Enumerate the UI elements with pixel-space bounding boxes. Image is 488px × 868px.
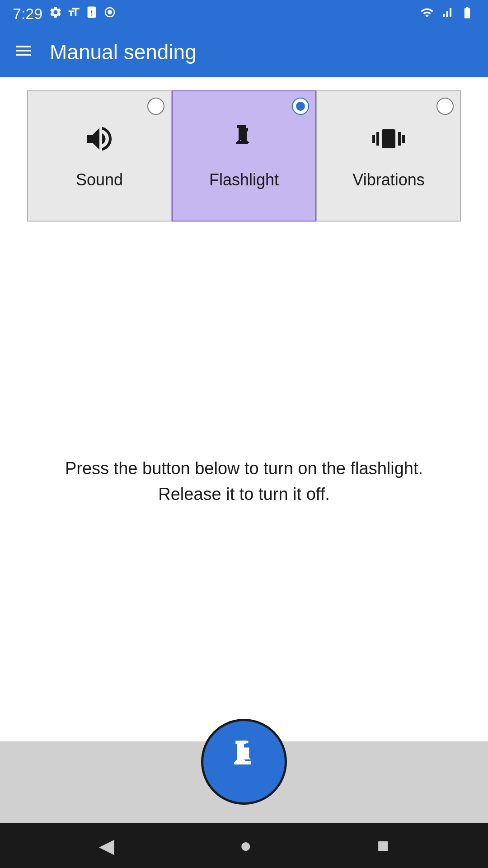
description-text: Press the button below to turn on the fl… (27, 456, 461, 507)
fab-flashlight-icon (224, 737, 264, 787)
status-bar-right (419, 6, 475, 21)
signal-icon (440, 6, 454, 21)
nav-bar: ◀ ● ■ (0, 823, 488, 868)
radio-sound (147, 98, 164, 115)
vibrations-label: Vibrations (352, 170, 424, 189)
options-row: Sound Flashlight (14, 90, 474, 222)
home-button[interactable]: ● (239, 834, 252, 857)
main-content: Sound Flashlight (0, 77, 488, 741)
sound-label: Sound (76, 170, 123, 189)
flashlight-label: Flashlight (209, 170, 279, 189)
gear-icon (49, 5, 62, 22)
bottom-bar (0, 741, 488, 823)
sim-icon (85, 5, 99, 22)
sound-icon (83, 123, 116, 162)
app-bar: Manual sending (0, 27, 488, 77)
radio-vibrations (436, 98, 454, 115)
option-card-sound[interactable]: Sound (27, 90, 172, 222)
vibrate-icon (372, 123, 405, 162)
status-time: 7:29 (13, 5, 42, 23)
option-card-flashlight[interactable]: Flashlight (172, 90, 316, 222)
font-icon (67, 5, 80, 22)
status-bar-left: 7:29 (13, 5, 117, 23)
flashlight-icon (228, 123, 260, 162)
battery-icon (459, 6, 475, 21)
status-icons (49, 5, 117, 22)
recent-button[interactable]: ■ (377, 834, 389, 857)
radio-dot-flashlight (296, 102, 305, 111)
app-title: Manual sending (50, 40, 197, 64)
wifi-icon (419, 6, 435, 21)
hamburger-icon[interactable] (14, 41, 33, 64)
svg-point-1 (108, 10, 112, 14)
fab-flashlight-button[interactable] (201, 719, 287, 805)
back-button[interactable]: ◀ (99, 834, 114, 857)
radio-flashlight (292, 98, 309, 115)
record-icon (103, 5, 117, 22)
status-bar: 7:29 (0, 0, 488, 27)
option-card-vibrations[interactable]: Vibrations (316, 90, 461, 222)
